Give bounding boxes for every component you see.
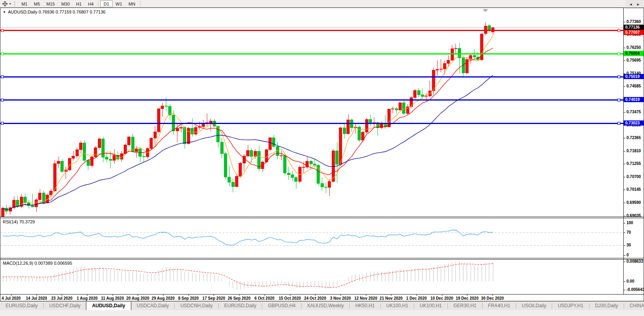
price-tick-label: 0.69590 bbox=[626, 200, 641, 205]
pane-splitter[interactable] bbox=[0, 258, 644, 260]
date-tick bbox=[366, 295, 366, 296]
price-tick-label: 0.70145 bbox=[626, 187, 641, 192]
level-line-handle[interactable] bbox=[618, 52, 620, 55]
tab-uk100-h1[interactable]: UK100,H1 bbox=[414, 302, 447, 310]
date-label: 8 Sep 2020 bbox=[178, 296, 199, 300]
macd-header: MACD(12,26,9) 0.007389 0.006595 bbox=[3, 261, 72, 266]
candle-body bbox=[195, 127, 197, 134]
candle-body bbox=[98, 139, 101, 147]
tab-ger30-h1[interactable]: GER30,H1 bbox=[448, 302, 482, 310]
price-tick bbox=[624, 177, 625, 177]
pane-splitter[interactable] bbox=[0, 217, 644, 218]
tab-usoil-daily[interactable]: USOil,Daily bbox=[516, 302, 552, 310]
tab-xauusd-weekly[interactable]: XAUUSD,Weekly bbox=[302, 302, 349, 310]
tab-usdcad-daily[interactable]: USDCAD,Daily bbox=[131, 302, 175, 310]
timeframe-button-mn[interactable]: MN bbox=[125, 0, 138, 7]
level-line-handle[interactable] bbox=[618, 122, 620, 124]
tab-usdcnh-daily[interactable]: USDCNH,Daily bbox=[175, 302, 218, 310]
tab-scroll-right-icon[interactable]: ► bbox=[634, 2, 642, 6]
rsi-indicator-pane[interactable] bbox=[0, 218, 644, 258]
level-line-handle[interactable] bbox=[1, 52, 4, 55]
candle-body bbox=[269, 138, 272, 149]
timeframe-button-w1[interactable]: W1 bbox=[113, 0, 126, 7]
moving-average-10 bbox=[3, 48, 493, 210]
tab-china300-h1[interactable]: CHINA300,H1 bbox=[624, 302, 644, 310]
time-axis[interactable]: 4 Jul 202014 Jul 202023 Jul 20201 Aug 20… bbox=[0, 295, 644, 301]
level-line-handle[interactable] bbox=[1, 99, 4, 101]
level-line-handle[interactable] bbox=[618, 99, 620, 101]
candle-body bbox=[417, 91, 420, 95]
toolbar-separator bbox=[140, 1, 140, 6]
candle-body bbox=[391, 109, 394, 109]
date-label: 26 Sep 2020 bbox=[228, 296, 251, 300]
date-tick bbox=[290, 295, 290, 296]
date-label: 15 Oct 2020 bbox=[279, 296, 301, 300]
date-tick bbox=[113, 295, 113, 296]
level-line-handle[interactable] bbox=[618, 76, 620, 78]
date-tick bbox=[467, 295, 467, 296]
tab-hk50-h1[interactable]: HK50,H1 bbox=[350, 302, 380, 310]
level-line-handle[interactable] bbox=[1, 29, 4, 32]
timeframe-button-h1[interactable]: H1 bbox=[73, 0, 85, 7]
price-tick-label: 0.74585 bbox=[626, 84, 641, 88]
candle-body bbox=[39, 193, 41, 200]
macd-tick bbox=[624, 281, 625, 282]
candle-body bbox=[432, 70, 435, 91]
chart-shift-icon[interactable] bbox=[483, 9, 488, 12]
candle-body bbox=[180, 127, 183, 128]
level-line-handle[interactable] bbox=[618, 29, 620, 32]
price-tick bbox=[624, 60, 625, 61]
candle-body bbox=[239, 163, 242, 176]
candle-body bbox=[102, 139, 105, 157]
candle-body bbox=[87, 161, 89, 166]
price-tick bbox=[624, 112, 625, 112]
timeframe-button-m5[interactable]: M5 bbox=[31, 0, 43, 7]
timeframe-button-m30[interactable]: M30 bbox=[58, 0, 73, 7]
price-tick bbox=[624, 203, 625, 203]
timeframe-button-m15[interactable]: M15 bbox=[43, 0, 58, 7]
candle-body bbox=[209, 121, 212, 123]
tab-usdchf-daily[interactable]: USDCHF,Daily bbox=[44, 302, 86, 310]
timeframe-button-d1[interactable]: D1 bbox=[100, 0, 112, 7]
tab-gbpusd-h4[interactable]: GBPUSD,H4 bbox=[262, 302, 301, 310]
timeframe-button-h4[interactable]: H4 bbox=[85, 0, 97, 7]
price-tick-label: 0.77360 bbox=[626, 19, 641, 24]
tab-eurusd-daily[interactable]: EURUSD,Daily bbox=[219, 302, 262, 310]
tab-eurusd-daily[interactable]: EURUSD,Daily bbox=[0, 302, 43, 310]
status-strip bbox=[0, 310, 644, 316]
candle-body bbox=[2, 208, 4, 217]
tab-audusd-daily[interactable]: AUDUSD,Daily bbox=[86, 301, 131, 310]
macd-tick-label: 0.00 bbox=[626, 279, 634, 283]
macd-indicator-pane[interactable] bbox=[0, 260, 644, 294]
candle-body bbox=[68, 158, 71, 170]
timeframe-button-m1[interactable]: M1 bbox=[18, 0, 31, 7]
candle-body bbox=[154, 132, 156, 138]
candle-body bbox=[291, 175, 294, 177]
tab-usdjpy-h1[interactable]: USDJPY,H1 bbox=[552, 302, 589, 310]
candle-body bbox=[228, 177, 231, 182]
tab-uk100-h1[interactable]: UK100,H1 bbox=[381, 302, 414, 310]
candle-body bbox=[414, 91, 416, 98]
date-label: 19 Dec 2020 bbox=[456, 296, 479, 300]
chevron-down-icon[interactable]: ▼ bbox=[9, 2, 12, 5]
tab-dj30-daily[interactable]: DJ30,Daily bbox=[590, 302, 624, 310]
candle-body bbox=[61, 161, 64, 171]
candle-body bbox=[161, 106, 164, 109]
toolbar-grip-handle[interactable] bbox=[14, 1, 16, 6]
rsi-tick bbox=[624, 255, 625, 256]
date-label: 30 Dec 2020 bbox=[481, 296, 504, 300]
timeframe-group: D1W1MN bbox=[100, 0, 138, 7]
candle-body bbox=[158, 109, 160, 132]
tab-fra40-h1[interactable]: FRA40,H1 bbox=[483, 302, 516, 310]
level-line-handle[interactable] bbox=[1, 122, 4, 124]
chart-dropdown-icon[interactable]: ▼ bbox=[3, 10, 6, 14]
main-price-chart[interactable] bbox=[0, 8, 644, 217]
level-price-badge: 0.73023 bbox=[624, 120, 644, 126]
price-tick bbox=[624, 151, 625, 151]
level-line-handle[interactable] bbox=[1, 76, 4, 78]
candle-body bbox=[336, 151, 339, 165]
tab-scroll-left-icon[interactable]: ◄ bbox=[627, 2, 634, 6]
candle-body bbox=[258, 151, 261, 169]
price-tick-label: 0.71810 bbox=[626, 149, 641, 153]
crosshair-move-icon[interactable] bbox=[2, 1, 8, 7]
